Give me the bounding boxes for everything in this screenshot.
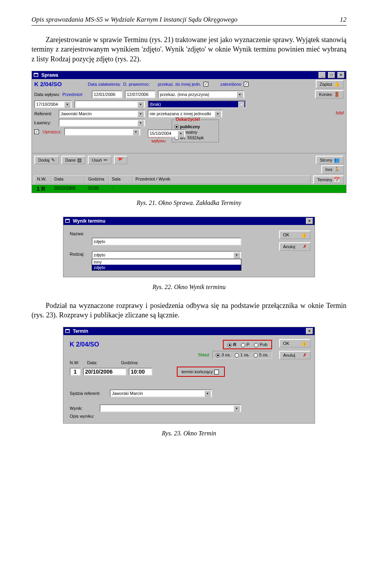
screenshot-wynik: 🗔 Wynik terminu × Nazwa: zdjęto Rodzaj: … (63, 217, 315, 277)
close-button[interactable]: × (306, 218, 313, 224)
przekaz-select[interactable]: przekaz. (inna przyczyna) (158, 90, 245, 98)
label-publiczny: publiczny (180, 124, 200, 129)
save-icon: 👍 (334, 81, 340, 87)
pub-radio[interactable] (254, 343, 258, 347)
sklad-5-radio[interactable] (254, 353, 258, 358)
case-number: K 2/04/SO (34, 81, 62, 87)
close-button[interactable]: × (306, 328, 313, 334)
label-wynik: Wynik: (70, 406, 97, 411)
flag-icon: 🚩 (118, 157, 124, 163)
label-3os: 3 os. (221, 352, 231, 357)
add-icon: ✎ (51, 157, 55, 163)
option-inny[interactable]: inny (92, 259, 241, 265)
sklad-1-radio[interactable] (235, 353, 239, 358)
lawnicy-select[interactable] (59, 119, 145, 127)
label-oskarzyciel: Oskarżyciel (174, 117, 201, 122)
ok-icon: 👍 (301, 341, 307, 346)
label-nw: N.W: (70, 360, 79, 365)
label-sedzia: Sędzia referent: (70, 391, 107, 396)
label-d-prawomoc: D. prawomoc: (123, 82, 150, 87)
delete-icon: ✂ (104, 157, 107, 163)
nazwa-input[interactable]: zdjęto (92, 238, 241, 245)
screenshot-termin: 🗔 Termin × K 2/04/SO R P Pub Skład: (63, 327, 315, 424)
calendar-icon: 📅 (334, 177, 340, 182)
strony-button[interactable]: Strony👥 (316, 156, 344, 164)
referent-select[interactable]: Jaworski Marcin (59, 110, 145, 118)
terminy-button[interactable]: Terminy📅 (313, 175, 344, 184)
zapisz-button[interactable]: Zapisz👍 (316, 80, 344, 88)
nieprzek-select[interactable]: nie przekazana z innej jednostki (148, 110, 222, 118)
uproszcz-checkbox[interactable]: ✓ (34, 129, 39, 134)
przekaz-checkbox[interactable]: ✓ (204, 82, 208, 87)
sklad-3-radio[interactable] (216, 353, 220, 358)
cancel-icon: ✗ (303, 244, 307, 249)
cancel-icon: ✗ (303, 352, 307, 358)
label-referent: Referent: (34, 111, 56, 116)
brak-select[interactable]: (brak) (148, 100, 246, 108)
data-pierw-input[interactable]: 15/10/2004 (148, 129, 185, 137)
cell-godzina: 10:00 (85, 185, 109, 193)
label-data: Data: (87, 360, 97, 365)
label-uproszcz: Uproszcz. (43, 129, 62, 134)
close-button[interactable]: × (337, 72, 345, 78)
col-data: Data (52, 175, 85, 184)
nw-input[interactable]: 1 (70, 368, 81, 376)
konczacy-checkbox[interactable] (214, 370, 219, 374)
anuluj-button[interactable]: Anuluj✗ (279, 242, 311, 251)
exit-icon: 🚪 (334, 92, 340, 97)
zakreslono-checkbox[interactable]: ✓ (244, 82, 248, 87)
uproszcz-select[interactable] (64, 128, 141, 136)
label-data-zal: Data załatwienia: (88, 82, 121, 87)
r-radio[interactable] (228, 343, 232, 347)
label-nazwa: Nazwa: (70, 231, 89, 236)
label-wplywu: wpływu (148, 138, 169, 143)
col-nw: N.W. (34, 175, 52, 184)
label-godzina: Godzina: (121, 360, 139, 365)
ok-button[interactable]: OK👍 (279, 230, 311, 239)
col-pw: Przedmiot / Wynik (133, 175, 311, 184)
p-radio[interactable] (241, 343, 245, 347)
data-wplywu-input[interactable]: 17/10/2004 (34, 100, 72, 108)
fsfsf-text: fsfsf (336, 111, 344, 115)
app-icon: 🗔 (65, 328, 70, 334)
label-przekaz: przekaz. do innej jedn. (158, 82, 201, 87)
caption-2: Rys. 22. Okno Wynik terminu (32, 284, 346, 291)
usun-button[interactable]: Usuń✂ (88, 156, 111, 164)
app-icon: 🗔 (65, 218, 70, 224)
table-row[interactable]: 1 R 20/10/2006 10:00 - (32, 185, 346, 193)
anuluj-button[interactable]: Anuluj✗ (279, 351, 311, 359)
rodzaj-select[interactable]: zdjęto (92, 251, 241, 259)
label-p: P (246, 342, 249, 347)
people-icon: 👥 (334, 157, 340, 163)
inni-button[interactable]: Inni🏃 (321, 165, 344, 174)
screenshot-sprawa: 🗔 Sprawa _ □ × K 2/04/SO Data załatwieni… (32, 71, 346, 193)
maximize-button[interactable]: □ (328, 72, 335, 78)
d-zal-input[interactable]: 12/01/2006 (92, 90, 122, 98)
label-data-wplywu: Data wpływu: (34, 92, 60, 97)
case-number: K 2/04/SO (70, 341, 99, 348)
przedmiot-select[interactable] (74, 100, 145, 108)
label-1os: 1 os. (240, 352, 250, 357)
cell-sala: - (109, 185, 133, 193)
wynik-select[interactable] (100, 404, 241, 412)
rodzaj-dropdown[interactable]: inny zdjęto (92, 259, 241, 271)
sedzia-select[interactable]: Jaworski Marcin (110, 389, 212, 397)
window-title: Sprawa (41, 72, 58, 78)
publiczny-radio[interactable] (174, 125, 179, 129)
cell-data: 20/10/2006 (52, 185, 85, 193)
dodaj-button[interactable]: Dodaj✎ (34, 156, 59, 164)
minimize-button[interactable]: _ (319, 72, 326, 78)
godzina-input[interactable]: 10:00 (129, 368, 152, 376)
koniec-button[interactable]: Koniec🚪 (315, 90, 344, 99)
ok-button[interactable]: OK👍 (279, 339, 311, 348)
dane-button[interactable]: Dane▤ (61, 156, 85, 164)
data-icon: ▤ (77, 157, 82, 163)
flag-button[interactable]: 🚩 (114, 156, 128, 164)
label-opis: Opis wyniku: (70, 414, 97, 418)
d-praw-input[interactable]: 12/07/2006 (125, 90, 156, 98)
data-input[interactable]: 20/10/2006 (83, 368, 126, 376)
option-zdjeto[interactable]: zdjęto (92, 265, 241, 270)
col-sala: Sala (109, 175, 133, 184)
label-rodzaj: Rodzaj: (70, 251, 89, 256)
label-lawnicy: Ławnicy: (34, 120, 56, 125)
